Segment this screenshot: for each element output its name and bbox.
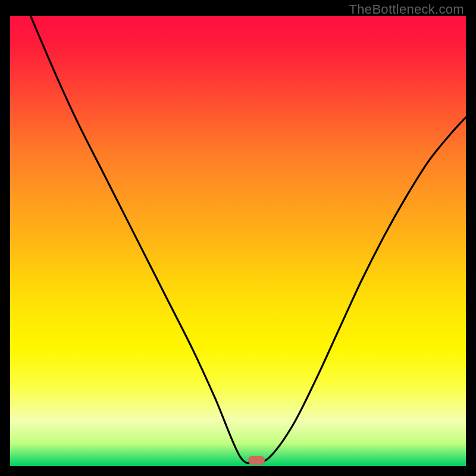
bottleneck-curve: [31, 16, 466, 463]
watermark-text: TheBottleneck.com: [349, 2, 464, 17]
optimum-marker: [248, 456, 265, 465]
curve-svg: [10, 16, 466, 466]
chart-frame: TheBottleneck.com: [0, 0, 476, 476]
